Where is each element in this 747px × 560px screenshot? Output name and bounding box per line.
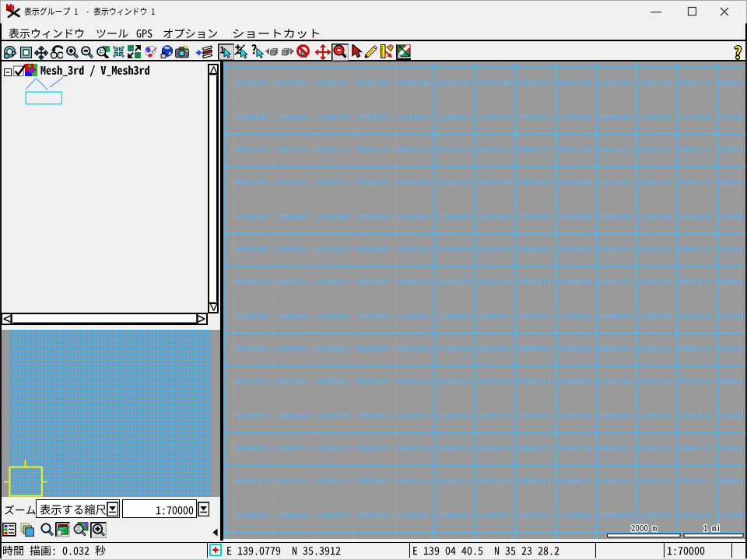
- svg-text:53390052: 53390052: [316, 345, 349, 353]
- svg-text:53390081: 53390081: [275, 245, 309, 254]
- svg-text:53390004: 53390004: [397, 510, 430, 519]
- svg-text:53391122: 53391122: [720, 112, 747, 121]
- svg-text:53390053: 53390053: [356, 345, 390, 353]
- svg-text:53390065: 53390065: [437, 311, 471, 320]
- svg-text:53390017: 53390017: [517, 477, 551, 485]
- svg-text:53391024: 53391024: [397, 112, 430, 121]
- svg-text:53390019: 53390019: [598, 477, 632, 485]
- svg-text:53390067: 53390067: [517, 311, 551, 320]
- svg-text:53391036: 53391036: [477, 79, 510, 87]
- svg-text:53390160: 53390160: [639, 311, 672, 320]
- svg-text:53390070: 53390070: [235, 278, 268, 286]
- svg-text:53391016: 53391016: [477, 145, 510, 154]
- svg-text:53390011: 53390011: [275, 477, 308, 485]
- svg-text:53391013: 53391013: [356, 145, 390, 154]
- svg-text:53390181: 53390181: [679, 245, 713, 254]
- svg-text:53390071: 53390071: [275, 278, 309, 286]
- svg-text:53391022: 53391022: [316, 112, 349, 121]
- svg-text:53390069: 53390069: [598, 311, 632, 320]
- svg-text:53391000: 53391000: [235, 178, 268, 187]
- svg-text:53390090: 53390090: [235, 212, 268, 220]
- svg-text:53390012: 53390012: [316, 477, 349, 485]
- svg-text:53390048: 53390048: [558, 377, 591, 386]
- svg-text:53391028: 53391028: [558, 112, 591, 121]
- svg-text:53390082: 53390082: [316, 245, 349, 254]
- svg-text:53390032: 53390032: [316, 411, 349, 419]
- svg-text:53390022: 53390022: [316, 444, 349, 453]
- svg-text:53390087: 53390087: [517, 245, 551, 254]
- svg-text:53391034: 53391034: [397, 79, 430, 87]
- svg-text:53391006: 53391006: [477, 178, 510, 187]
- svg-text:53391029: 53391029: [598, 112, 632, 121]
- svg-text:53391020: 53391020: [235, 112, 268, 121]
- svg-text:53391110: 53391110: [639, 145, 671, 154]
- svg-text:53390083: 53390083: [356, 245, 390, 254]
- svg-text:53390041: 53390041: [275, 377, 309, 386]
- svg-text:53390024: 53390024: [397, 444, 430, 453]
- svg-text:53390020: 53390020: [235, 444, 268, 453]
- svg-text:53391003: 53391003: [356, 178, 390, 187]
- svg-text:53391005: 53391005: [437, 178, 471, 187]
- svg-text:53390015: 53390015: [437, 477, 471, 485]
- svg-text:53391009: 53391009: [598, 178, 632, 187]
- svg-text:53390045: 53390045: [437, 377, 471, 386]
- svg-text:53390057: 53390057: [517, 345, 551, 353]
- svg-text:53390033: 53390033: [356, 411, 390, 419]
- svg-text:53391001: 53391001: [275, 178, 309, 187]
- svg-text:53391011: 53391011: [275, 145, 308, 154]
- svg-text:53391131: 53391131: [679, 79, 712, 87]
- svg-text:53390152: 53390152: [720, 345, 747, 353]
- svg-text:53390001: 53390001: [275, 510, 309, 519]
- svg-text:53391112: 53391112: [720, 145, 747, 154]
- svg-text:53390047: 53390047: [517, 377, 551, 386]
- svg-text:53390075: 53390075: [437, 278, 471, 286]
- svg-text:53390049: 53390049: [598, 377, 632, 386]
- svg-text:53390013: 53390013: [356, 477, 390, 485]
- svg-text:53390039: 53390039: [598, 411, 632, 419]
- svg-text:53391015: 53391015: [437, 145, 471, 154]
- svg-text:53390023: 53390023: [356, 444, 390, 453]
- svg-text:53390044: 53390044: [397, 377, 430, 386]
- svg-text:53390008: 53390008: [558, 510, 591, 519]
- svg-text:53390080: 53390080: [235, 245, 268, 254]
- svg-text:53390132: 53390132: [720, 411, 747, 419]
- svg-text:53390003: 53390003: [356, 510, 390, 519]
- svg-text:53391019: 53391019: [598, 145, 632, 154]
- svg-text:53391008: 53391008: [558, 178, 591, 187]
- svg-text:53391018: 53391018: [558, 145, 591, 154]
- svg-text:53390092: 53390092: [316, 212, 349, 220]
- svg-text:53390014: 53390014: [397, 477, 430, 485]
- svg-text:53390043: 53390043: [356, 377, 390, 386]
- svg-text:53391007: 53391007: [517, 178, 551, 187]
- svg-text:53390180: 53390180: [639, 245, 672, 254]
- svg-text:53391030: 53391030: [235, 79, 268, 87]
- svg-text:53390027: 53390027: [517, 444, 551, 453]
- svg-text:53390002: 53390002: [316, 510, 349, 519]
- svg-text:53390078: 53390078: [558, 278, 591, 286]
- svg-text:53390141: 53390141: [679, 377, 713, 386]
- svg-text:53390098: 53390098: [558, 212, 591, 220]
- svg-text:53390038: 53390038: [558, 411, 591, 419]
- svg-text:53390036: 53390036: [477, 411, 510, 419]
- svg-text:53390066: 53390066: [477, 311, 510, 320]
- svg-text:53391120: 53391120: [639, 112, 672, 121]
- svg-text:53391038: 53391038: [558, 79, 591, 87]
- svg-text:53390099: 53390099: [598, 212, 632, 220]
- svg-text:53391032: 53391032: [316, 79, 349, 87]
- svg-text:53390170: 53390170: [639, 278, 672, 286]
- svg-text:53390050: 53390050: [235, 345, 268, 353]
- svg-text:53390054: 53390054: [397, 345, 430, 353]
- svg-text:53391026: 53391026: [477, 112, 510, 121]
- svg-text:53390034: 53390034: [397, 411, 430, 419]
- svg-text:53390100: 53390100: [639, 510, 672, 519]
- svg-text:53391037: 53391037: [517, 79, 551, 87]
- svg-text:53390074: 53390074: [397, 278, 430, 286]
- svg-text:53390084: 53390084: [397, 245, 430, 254]
- svg-text:53391130: 53391130: [639, 79, 672, 87]
- svg-text:53390140: 53390140: [639, 377, 672, 386]
- svg-text:53391012: 53391012: [316, 145, 349, 154]
- svg-text:53391014: 53391014: [397, 145, 430, 154]
- svg-text:53391121: 53391121: [679, 112, 712, 121]
- svg-text:53390091: 53390091: [275, 212, 309, 220]
- svg-text:53391031: 53391031: [275, 79, 309, 87]
